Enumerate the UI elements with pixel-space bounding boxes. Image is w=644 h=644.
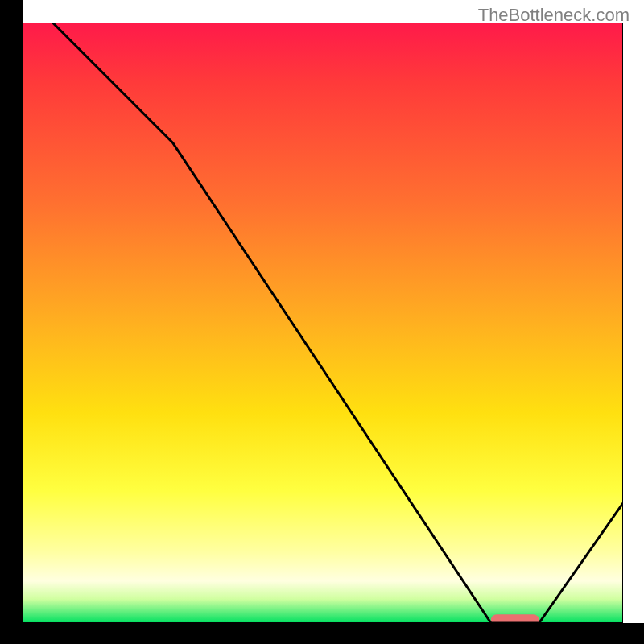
- x-axis-bar: [0, 623, 644, 644]
- chart-container: [23, 23, 623, 623]
- y-axis-bar: [0, 0, 23, 644]
- watermark-text: TheBottleneck.com: [478, 5, 630, 26]
- gradient-background: [23, 23, 623, 623]
- chart-svg: [23, 23, 623, 623]
- optimal-range-marker: [491, 614, 539, 623]
